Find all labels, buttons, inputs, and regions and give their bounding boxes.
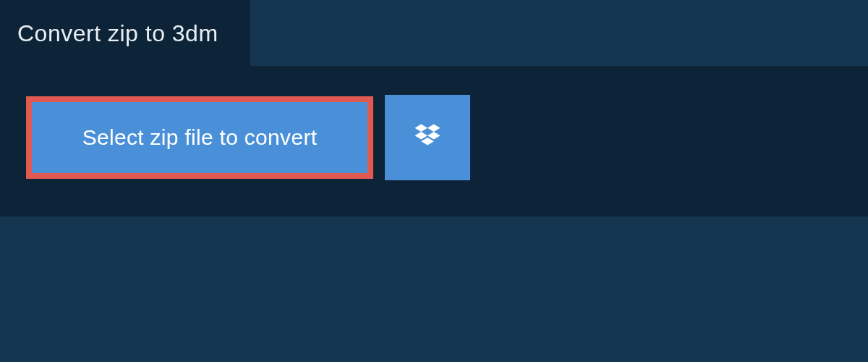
page-title: Convert zip to 3dm <box>0 0 250 66</box>
select-file-button[interactable]: Select zip file to convert <box>26 96 373 179</box>
dropbox-icon <box>412 122 443 154</box>
file-select-panel: Select zip file to convert <box>0 66 868 216</box>
dropbox-button[interactable] <box>385 95 470 180</box>
